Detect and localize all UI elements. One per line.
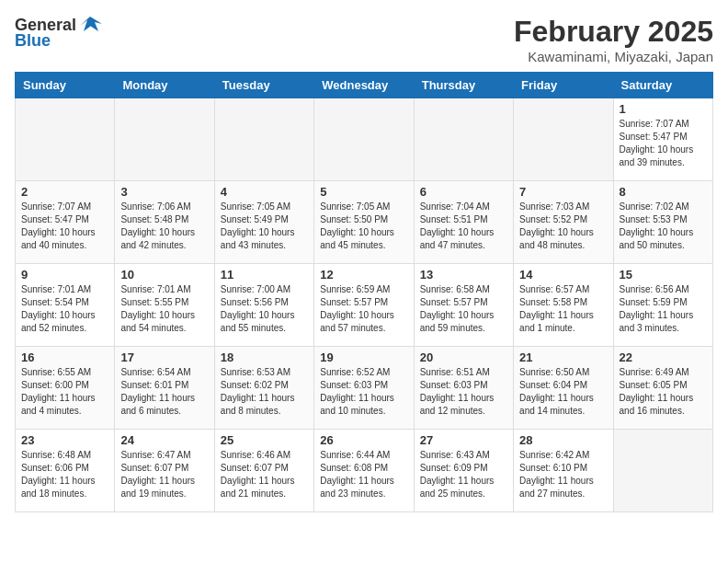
day-info: Sunrise: 7:02 AMSunset: 5:53 PMDaylight:… [620, 201, 707, 252]
day-info: Sunrise: 7:03 AMSunset: 5:52 PMDaylight:… [519, 201, 607, 252]
title-block: February 2025 Kawaminami, Miyazaki, Japa… [514, 15, 713, 64]
day-info: Sunrise: 7:05 AMSunset: 5:49 PMDaylight:… [221, 201, 308, 252]
calendar-day-cell: 5Sunrise: 7:05 AMSunset: 5:50 PMDaylight… [314, 181, 414, 264]
day-info: Sunrise: 6:47 AMSunset: 6:07 PMDaylight:… [120, 449, 208, 500]
day-info: Sunrise: 6:49 AMSunset: 6:05 PMDaylight:… [620, 366, 707, 418]
day-info: Sunrise: 6:56 AMSunset: 5:59 PMDaylight:… [620, 283, 707, 335]
day-number: 23 [21, 433, 108, 447]
day-number: 1 [620, 102, 707, 116]
calendar-day-cell: 7Sunrise: 7:03 AMSunset: 5:52 PMDaylight… [514, 181, 613, 264]
day-info: Sunrise: 6:52 AMSunset: 6:03 PMDaylight:… [320, 366, 407, 418]
weekday-header: Saturday [613, 73, 712, 98]
day-number: 12 [320, 268, 407, 282]
calendar-day-cell: 3Sunrise: 7:06 AMSunset: 5:48 PMDaylight… [115, 181, 214, 264]
calendar-day-cell: 4Sunrise: 7:05 AMSunset: 5:49 PMDaylight… [214, 181, 313, 264]
calendar-day-cell [414, 98, 513, 181]
calendar-day-cell [16, 98, 115, 181]
weekday-header: Friday [514, 73, 613, 98]
calendar-day-cell: 17Sunrise: 6:54 AMSunset: 6:01 PMDayligh… [115, 347, 214, 430]
day-number: 27 [420, 433, 507, 447]
calendar-week-row: 16Sunrise: 6:55 AMSunset: 6:00 PMDayligh… [16, 347, 713, 430]
location-subtitle: Kawaminami, Miyazaki, Japan [514, 49, 713, 64]
weekday-header: Sunday [16, 73, 115, 98]
day-info: Sunrise: 6:54 AMSunset: 6:01 PMDaylight:… [120, 366, 208, 418]
calendar-week-row: 2Sunrise: 7:07 AMSunset: 5:47 PMDaylight… [16, 181, 713, 264]
logo: General Blue [15, 15, 102, 51]
calendar-day-cell: 23Sunrise: 6:48 AMSunset: 6:06 PMDayligh… [16, 430, 115, 512]
calendar-day-cell: 27Sunrise: 6:43 AMSunset: 6:09 PMDayligh… [414, 430, 513, 512]
calendar-day-cell: 14Sunrise: 6:57 AMSunset: 5:58 PMDayligh… [514, 264, 613, 347]
day-number: 13 [420, 268, 507, 282]
month-year-title: February 2025 [514, 15, 713, 49]
calendar-day-cell: 21Sunrise: 6:50 AMSunset: 6:04 PMDayligh… [514, 347, 613, 430]
day-info: Sunrise: 6:42 AMSunset: 6:10 PMDaylight:… [519, 449, 607, 500]
day-info: Sunrise: 7:07 AMSunset: 5:47 PMDaylight:… [620, 118, 707, 169]
day-info: Sunrise: 6:53 AMSunset: 6:02 PMDaylight:… [221, 366, 308, 418]
day-number: 17 [120, 350, 208, 364]
day-info: Sunrise: 6:59 AMSunset: 5:57 PMDaylight:… [320, 283, 407, 335]
day-info: Sunrise: 7:07 AMSunset: 5:47 PMDaylight:… [21, 201, 108, 252]
weekday-header: Wednesday [314, 73, 414, 98]
calendar-day-cell: 9Sunrise: 7:01 AMSunset: 5:54 PMDaylight… [16, 264, 115, 347]
calendar-day-cell: 2Sunrise: 7:07 AMSunset: 5:47 PMDaylight… [16, 181, 115, 264]
day-number: 25 [221, 433, 308, 447]
svg-marker-0 [80, 17, 102, 31]
calendar-day-cell: 8Sunrise: 7:02 AMSunset: 5:53 PMDaylight… [613, 181, 712, 264]
day-number: 7 [519, 185, 607, 199]
calendar-day-cell: 24Sunrise: 6:47 AMSunset: 6:07 PMDayligh… [115, 430, 214, 512]
day-number: 26 [320, 433, 407, 447]
day-info: Sunrise: 6:48 AMSunset: 6:06 PMDaylight:… [21, 449, 108, 500]
calendar-day-cell: 12Sunrise: 6:59 AMSunset: 5:57 PMDayligh… [314, 264, 414, 347]
day-number: 21 [519, 350, 607, 364]
day-number: 16 [21, 350, 108, 364]
day-number: 11 [221, 268, 308, 282]
day-info: Sunrise: 6:50 AMSunset: 6:04 PMDaylight:… [519, 366, 607, 418]
calendar-day-cell: 20Sunrise: 6:51 AMSunset: 6:03 PMDayligh… [414, 347, 513, 430]
day-info: Sunrise: 7:04 AMSunset: 5:51 PMDaylight:… [420, 201, 507, 252]
calendar-week-row: 23Sunrise: 6:48 AMSunset: 6:06 PMDayligh… [16, 430, 713, 512]
day-number: 2 [21, 185, 108, 199]
day-number: 15 [620, 268, 707, 282]
logo-bird-icon [78, 15, 102, 35]
day-info: Sunrise: 7:00 AMSunset: 5:56 PMDaylight:… [221, 283, 308, 335]
calendar-week-row: 9Sunrise: 7:01 AMSunset: 5:54 PMDaylight… [16, 264, 713, 347]
calendar-day-cell: 6Sunrise: 7:04 AMSunset: 5:51 PMDaylight… [414, 181, 513, 264]
calendar-day-cell [514, 98, 613, 181]
calendar-day-cell: 15Sunrise: 6:56 AMSunset: 5:59 PMDayligh… [613, 264, 712, 347]
day-number: 28 [519, 433, 607, 447]
calendar-day-cell: 22Sunrise: 6:49 AMSunset: 6:05 PMDayligh… [613, 347, 712, 430]
calendar-day-cell: 28Sunrise: 6:42 AMSunset: 6:10 PMDayligh… [514, 430, 613, 512]
day-info: Sunrise: 6:44 AMSunset: 6:08 PMDaylight:… [320, 449, 407, 500]
page-header: General Blue February 2025 Kawaminami, M… [15, 15, 713, 64]
day-info: Sunrise: 6:57 AMSunset: 5:58 PMDaylight:… [519, 283, 607, 335]
day-number: 3 [120, 185, 208, 199]
day-number: 10 [120, 268, 208, 282]
day-info: Sunrise: 7:01 AMSunset: 5:54 PMDaylight:… [21, 283, 108, 335]
day-number: 24 [120, 433, 208, 447]
calendar-day-cell: 1Sunrise: 7:07 AMSunset: 5:47 PMDaylight… [613, 98, 712, 181]
calendar-day-cell: 18Sunrise: 6:53 AMSunset: 6:02 PMDayligh… [214, 347, 313, 430]
day-number: 9 [21, 268, 108, 282]
weekday-header: Monday [115, 73, 214, 98]
calendar-day-cell [214, 98, 313, 181]
weekday-header: Thursday [414, 73, 513, 98]
calendar-day-cell [314, 98, 414, 181]
day-info: Sunrise: 7:01 AMSunset: 5:55 PMDaylight:… [120, 283, 208, 335]
day-info: Sunrise: 6:43 AMSunset: 6:09 PMDaylight:… [420, 449, 507, 500]
day-info: Sunrise: 6:55 AMSunset: 6:00 PMDaylight:… [21, 366, 108, 418]
calendar-day-cell [115, 98, 214, 181]
day-info: Sunrise: 6:58 AMSunset: 5:57 PMDaylight:… [420, 283, 507, 335]
calendar-table: SundayMondayTuesdayWednesdayThursdayFrid… [15, 72, 713, 512]
logo-blue-text: Blue [15, 31, 51, 51]
day-number: 6 [420, 185, 507, 199]
day-info: Sunrise: 7:06 AMSunset: 5:48 PMDaylight:… [120, 201, 208, 252]
calendar-day-cell: 19Sunrise: 6:52 AMSunset: 6:03 PMDayligh… [314, 347, 414, 430]
calendar-day-cell: 13Sunrise: 6:58 AMSunset: 5:57 PMDayligh… [414, 264, 513, 347]
day-number: 19 [320, 350, 407, 364]
calendar-day-cell: 16Sunrise: 6:55 AMSunset: 6:00 PMDayligh… [16, 347, 115, 430]
weekday-header-row: SundayMondayTuesdayWednesdayThursdayFrid… [16, 73, 713, 98]
weekday-header: Tuesday [214, 73, 313, 98]
day-number: 14 [519, 268, 607, 282]
calendar-day-cell: 10Sunrise: 7:01 AMSunset: 5:55 PMDayligh… [115, 264, 214, 347]
calendar-day-cell: 25Sunrise: 6:46 AMSunset: 6:07 PMDayligh… [214, 430, 313, 512]
